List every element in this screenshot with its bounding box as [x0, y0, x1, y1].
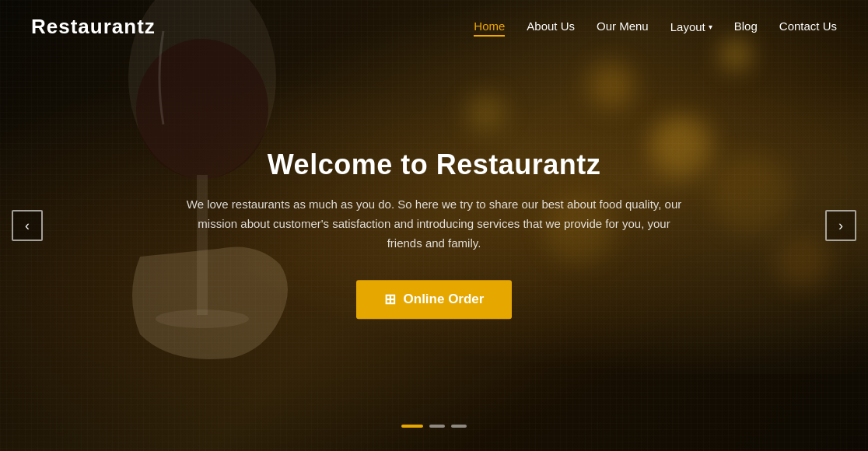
nav-item-about[interactable]: About Us — [527, 19, 575, 33]
nav-item-home[interactable]: Home — [474, 19, 505, 33]
hero-content: Welcome to Restaurantz We love restauran… — [162, 149, 706, 319]
nav-link-blog[interactable]: Blog — [734, 19, 758, 33]
chevron-down-icon: ▾ — [709, 23, 712, 31]
hero-title: Welcome to Restaurantz — [162, 149, 706, 181]
nav-link-about[interactable]: About Us — [527, 19, 575, 33]
cta-button[interactable]: ⊞ Online Order — [356, 281, 513, 320]
site-logo[interactable]: Restaurantz — [31, 15, 156, 39]
navbar: Restaurantz Home About Us Our Menu Layou… — [0, 0, 868, 53]
nav-link-menu[interactable]: Our Menu — [597, 19, 649, 33]
slide-indicators — [401, 425, 467, 428]
nav-item-layout[interactable]: Layout ▾ — [670, 20, 712, 33]
hero-subtitle: We love restaurants as much as you do. S… — [185, 195, 683, 253]
slide-next-button[interactable]: › — [825, 210, 856, 241]
nav-menu: Home About Us Our Menu Layout ▾ Blog Con… — [474, 19, 837, 33]
nav-link-contact[interactable]: Contact Us — [779, 19, 837, 33]
nav-item-menu[interactable]: Our Menu — [597, 19, 649, 33]
order-icon: ⊞ — [384, 292, 396, 309]
slide-indicator-2[interactable] — [429, 425, 445, 428]
nav-item-contact[interactable]: Contact Us — [779, 19, 837, 33]
cta-label: Online Order — [404, 292, 485, 308]
nav-item-blog[interactable]: Blog — [734, 19, 758, 33]
slide-prev-button[interactable]: ‹ — [12, 210, 43, 241]
nav-link-home[interactable]: Home — [474, 19, 505, 37]
hero-section: Restaurantz Home About Us Our Menu Layou… — [0, 0, 868, 451]
nav-link-layout[interactable]: Layout ▾ — [670, 20, 712, 33]
slide-indicator-3[interactable] — [451, 425, 467, 428]
slide-indicator-1[interactable] — [401, 425, 423, 428]
